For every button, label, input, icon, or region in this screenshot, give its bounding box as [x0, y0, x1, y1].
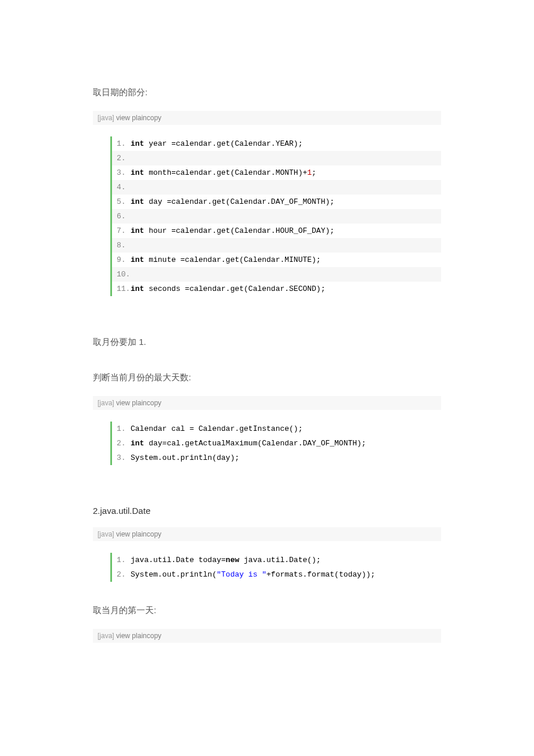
code-line: [110, 267, 441, 282]
keyword: int: [131, 285, 144, 293]
code-line: [110, 209, 441, 224]
code-line: System.out.println(day);: [110, 451, 441, 465]
code-text: hour =calendar.get(Calendar.HOUR_OF_DAY)…: [144, 226, 334, 235]
document-page: 取日期的部分: [java] view plaincopy int year =…: [0, 0, 534, 724]
keyword: new: [226, 556, 239, 564]
code-lang-label: [java]: [98, 632, 114, 640]
code-text: day =calendar.get(Calendar.DAY_OF_MONTH)…: [144, 197, 334, 206]
code-line: int hour =calendar.get(Calendar.HOUR_OF_…: [110, 224, 441, 238]
section-heading: 取月份要加 1.: [93, 337, 441, 348]
copy-link[interactable]: copy: [147, 632, 161, 640]
code-text: month=calendar.get(Calendar.MONTH)+: [144, 168, 307, 177]
code-line: System.out.println("Today is "+formats.f…: [110, 567, 441, 582]
code-text: java.util.Date today=: [131, 556, 226, 564]
code-header: [java] view plaincopy: [93, 111, 441, 125]
section-heading: 判断当前月份的最大天数:: [93, 372, 441, 383]
code-line: int month=calendar.get(Calendar.MONTH)+1…: [110, 165, 441, 180]
number-literal: 1: [307, 168, 312, 177]
view-plain-link[interactable]: view plain: [116, 530, 147, 538]
view-plain-link[interactable]: view plain: [116, 399, 147, 407]
code-line: int day =calendar.get(Calendar.DAY_OF_MO…: [110, 195, 441, 209]
code-line: [110, 180, 441, 195]
code-line: [110, 151, 441, 165]
code-line: int day=cal.getActualMaximum(Calendar.DA…: [110, 436, 441, 451]
code-lang-label: [java]: [98, 530, 114, 538]
code-text: minute =calendar.get(Calendar.MINUTE);: [144, 255, 320, 264]
code-text: System.out.println(day);: [131, 453, 239, 462]
code-text: day=cal.getActualMaximum(Calendar.DAY_OF…: [144, 439, 366, 448]
code-line: int minute =calendar.get(Calendar.MINUTE…: [110, 253, 441, 267]
code-line: java.util.Date today=new java.util.Date(…: [110, 553, 441, 567]
view-plain-link[interactable]: view plain: [116, 114, 147, 122]
code-line: [110, 238, 441, 253]
keyword: int: [131, 255, 144, 264]
code-block-2: Calendar cal = Calendar.getInstance(); i…: [110, 422, 441, 465]
code-text: seconds =calendar.get(Calendar.SECOND);: [144, 285, 325, 293]
keyword: int: [131, 139, 144, 148]
code-text: java.util.Date();: [239, 556, 320, 564]
code-text: System.out.println(: [131, 570, 217, 579]
section-heading: 取日期的部分:: [93, 87, 441, 98]
code-line: int seconds =calendar.get(Calendar.SECON…: [110, 282, 441, 296]
keyword: int: [131, 168, 144, 177]
copy-link[interactable]: copy: [147, 530, 161, 538]
keyword: int: [131, 439, 144, 448]
keyword: int: [131, 197, 144, 206]
keyword: int: [131, 226, 144, 235]
code-lang-label: [java]: [98, 399, 114, 407]
copy-link[interactable]: copy: [147, 114, 161, 122]
code-text: ;: [312, 168, 316, 177]
code-text: +formats.format(today));: [266, 570, 375, 579]
code-block-1: int year =calendar.get(Calendar.YEAR); i…: [110, 136, 441, 296]
code-lang-label: [java]: [98, 114, 114, 122]
code-header: [java] view plaincopy: [93, 396, 441, 410]
section-heading: 取当月的第一天:: [93, 605, 441, 616]
code-block-3: java.util.Date today=new java.util.Date(…: [110, 553, 441, 582]
string-literal: "Today is ": [217, 570, 266, 579]
section-heading: 2.java.util.Date: [93, 506, 441, 516]
code-text: Calendar cal = Calendar.getInstance();: [131, 424, 302, 433]
code-text: year =calendar.get(Calendar.YEAR);: [144, 139, 302, 148]
code-header: [java] view plaincopy: [93, 629, 441, 643]
code-line: Calendar cal = Calendar.getInstance();: [110, 422, 441, 436]
view-plain-link[interactable]: view plain: [116, 632, 147, 640]
copy-link[interactable]: copy: [147, 399, 161, 407]
code-line: int year =calendar.get(Calendar.YEAR);: [110, 136, 441, 151]
code-header: [java] view plaincopy: [93, 527, 441, 541]
